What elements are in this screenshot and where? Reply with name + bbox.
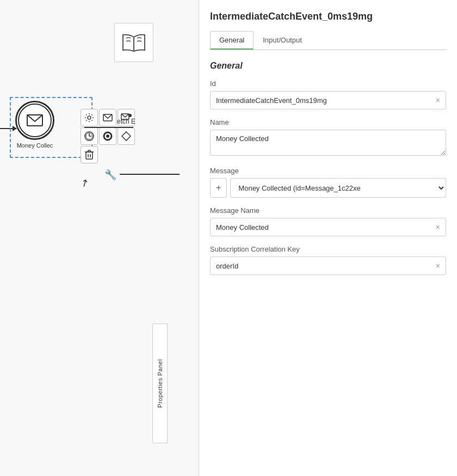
message-name-label: Message Name — [210, 206, 446, 215]
id-clear-btn[interactable]: × — [430, 91, 446, 109]
gear-icon — [84, 113, 94, 123]
id-label: Id — [210, 80, 446, 88]
wrench-icon: 🔧 — [104, 169, 116, 181]
message-select[interactable]: Money Collected (id=Message_1c22xe — [231, 179, 446, 197]
gear-icon-btn[interactable] — [81, 109, 98, 126]
event-circle-inner — [18, 103, 52, 137]
subscription-correlation-key-field: Subscription Correlation Key × — [210, 245, 446, 275]
svg-rect-13 — [86, 152, 92, 159]
subscription-correlation-key-label: Subscription Correlation Key — [210, 245, 446, 253]
properties-panel: IntermediateCatchEvent_0ms19mg General I… — [199, 0, 457, 476]
context-toolbar — [81, 109, 135, 163]
properties-panel-label: Properties Panel — [157, 359, 163, 407]
message-select-wrap[interactable]: Money Collected (id=Message_1c22xe — [230, 178, 446, 198]
svg-point-12 — [106, 135, 109, 138]
id-field: Id × — [210, 80, 446, 109]
subscription-correlation-key-input-wrap: × — [210, 257, 446, 275]
book-icon — [122, 33, 146, 52]
properties-panel-tab[interactable]: Properties Panel — [152, 324, 168, 443]
etch-label: etch E — [117, 118, 135, 125]
section-title: General — [210, 61, 446, 71]
name-input[interactable] — [210, 130, 446, 156]
tab-general[interactable]: General — [210, 31, 254, 50]
connector-line-h2 — [120, 174, 180, 175]
id-input-wrap: × — [210, 91, 446, 109]
tab-input-output[interactable]: Input/Output — [254, 31, 311, 50]
id-input[interactable] — [211, 91, 430, 109]
envelope-icon-main — [27, 114, 43, 126]
message-field: Message + Money Collected (id=Message_1c… — [210, 167, 446, 198]
event-label: Money Collec — [17, 142, 53, 149]
message-name-field: Message Name × — [210, 206, 446, 236]
canvas-area: Money Collec — [0, 0, 199, 476]
panel-title: IntermediateCatchEvent_0ms19mg — [210, 11, 446, 22]
trash-icon-btn[interactable] — [81, 146, 98, 163]
name-label: Name — [210, 118, 446, 126]
timer-icon-btn[interactable] — [81, 127, 98, 145]
toolbar-row-3 — [81, 146, 135, 163]
message-name-input[interactable] — [211, 218, 430, 236]
diamond-icon-btn[interactable] — [118, 127, 135, 145]
diagonal-arrow: ↗ — [78, 176, 91, 191]
envelope-icon-btn[interactable] — [99, 109, 116, 126]
message-name-input-wrap: × — [210, 218, 446, 236]
diamond-icon — [121, 131, 131, 141]
connector-line-h — [84, 127, 133, 128]
filled-circle-icon-btn[interactable] — [99, 127, 116, 145]
filled-circle-icon — [103, 131, 113, 141]
arrow-in — [0, 128, 16, 129]
timer-icon — [84, 131, 94, 141]
subscription-correlation-key-input[interactable] — [211, 257, 430, 274]
envelope-toolbar-icon — [103, 114, 113, 121]
message-label: Message — [210, 167, 446, 175]
message-event-node[interactable]: Money Collec — [15, 101, 54, 149]
book-icon-container[interactable] — [114, 23, 153, 62]
toolbar-row-2 — [81, 127, 135, 145]
tabs-container: General Input/Output — [210, 31, 446, 50]
svg-point-2 — [88, 116, 91, 119]
message-field-wrap: + Money Collected (id=Message_1c22xe — [210, 178, 446, 198]
name-field: Name — [210, 118, 446, 158]
message-name-clear-btn[interactable]: × — [430, 218, 446, 236]
subscription-correlation-key-clear-btn[interactable]: × — [430, 257, 446, 274]
event-circle[interactable] — [15, 101, 54, 140]
svg-point-5 — [128, 114, 132, 117]
trash-icon — [85, 150, 94, 160]
message-plus-btn[interactable]: + — [210, 178, 227, 198]
